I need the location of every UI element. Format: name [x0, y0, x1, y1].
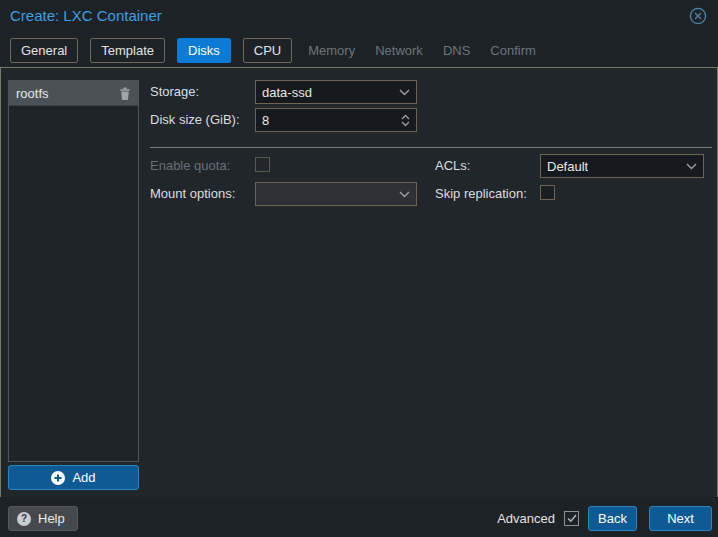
storage-label: Storage:	[150, 84, 199, 99]
tab-dns: DNS	[439, 39, 474, 62]
list-item-rootfs[interactable]: rootfs	[9, 81, 138, 106]
back-button-label: Back	[598, 511, 627, 526]
acls-value: Default	[547, 159, 588, 174]
storage-value: data-ssd	[262, 85, 312, 100]
next-button-label: Next	[667, 511, 694, 526]
acls-select[interactable]: Default	[540, 154, 704, 178]
acls-label: ACLs:	[435, 158, 470, 173]
back-button[interactable]: Back	[588, 506, 637, 531]
dialog-title: Create: LXC Container	[10, 7, 162, 24]
tab-general[interactable]: General	[10, 38, 78, 63]
plus-circle-icon	[51, 471, 65, 485]
mount-options-label: Mount options:	[150, 186, 235, 201]
chevron-down-icon	[686, 163, 697, 170]
trash-icon[interactable]	[119, 87, 131, 100]
mount-options-select[interactable]	[255, 182, 417, 206]
close-icon[interactable]	[689, 7, 707, 25]
next-button[interactable]: Next	[649, 506, 712, 531]
skip-replication-checkbox[interactable]	[540, 185, 555, 200]
help-button-label: Help	[38, 511, 65, 526]
chevron-down-icon	[399, 89, 410, 96]
footer-right-group: Advanced Back Next	[497, 506, 712, 531]
advanced-label: Advanced	[497, 511, 555, 526]
list-item-label: rootfs	[16, 86, 49, 101]
add-button-label: Add	[72, 470, 95, 485]
skip-replication-label: Skip replication:	[435, 186, 527, 201]
tab-confirm: Confirm	[486, 39, 540, 62]
disk-size-spinner[interactable]: 8	[255, 108, 417, 132]
spinner-up-down-icon[interactable]	[401, 114, 410, 127]
check-icon	[567, 514, 577, 523]
tab-network: Network	[371, 39, 427, 62]
add-button[interactable]: Add	[8, 465, 139, 490]
tab-cpu[interactable]: CPU	[243, 38, 292, 63]
create-lxc-container-dialog: Create: LXC Container General Template D…	[0, 0, 718, 537]
section-divider	[150, 147, 712, 148]
tab-disks[interactable]: Disks	[177, 38, 231, 63]
storage-select[interactable]: data-ssd	[255, 80, 417, 104]
enable-quota-checkbox	[255, 157, 270, 172]
advanced-checkbox[interactable]	[564, 511, 579, 526]
disk-size-value: 8	[262, 113, 269, 128]
disk-size-label: Disk size (GiB):	[150, 112, 240, 127]
help-button[interactable]: ? Help	[8, 506, 78, 531]
mountpoint-list[interactable]: rootfs	[8, 80, 139, 462]
tab-template[interactable]: Template	[90, 38, 165, 63]
question-circle-icon: ?	[17, 512, 31, 526]
footer-toolbar: ? Help Advanced Back Next	[0, 497, 718, 537]
tab-bar: General Template Disks CPU Memory Networ…	[10, 37, 540, 63]
content-panel: rootfs Add Storage:	[0, 67, 718, 498]
enable-quota-label: Enable quota:	[150, 158, 230, 173]
tab-memory: Memory	[304, 39, 359, 62]
chevron-down-icon	[399, 191, 410, 198]
